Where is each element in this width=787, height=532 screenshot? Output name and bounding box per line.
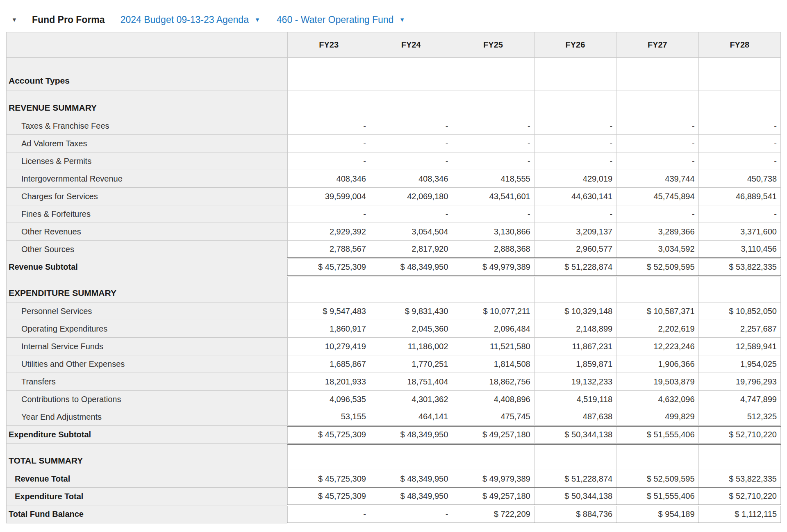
table-cell: $ 884,736 (534, 505, 616, 523)
table-cell: 45,745,894 (616, 188, 698, 205)
row-label: Licenses & Permits (7, 152, 288, 170)
table-cell: - (698, 205, 780, 223)
table-cell: 475,745 (452, 408, 534, 426)
table-row: TOTAL SUMMARY (7, 444, 781, 470)
table-cell: 19,132,233 (534, 373, 616, 391)
table-cell (698, 444, 780, 470)
table-cell: $ 52,710,220 (698, 488, 780, 505)
table-cell (288, 444, 370, 470)
row-label: Operating Expenditures (7, 320, 288, 338)
row-label: Total Fund Balance (7, 505, 288, 523)
table-cell (616, 91, 698, 117)
table-cell: $ 10,329,148 (534, 302, 616, 320)
table-cell: 2,817,920 (370, 241, 452, 258)
caret-down-icon: ▼ (255, 17, 260, 23)
table-row: Total Fund Balance--$ 722,209$ 884,736$ … (7, 505, 781, 523)
table-row: Utilities and Other Expenses1,685,8671,7… (7, 355, 781, 373)
column-header: FY25 (452, 32, 534, 58)
table-cell: 429,019 (534, 170, 616, 188)
table-cell: 450,738 (698, 170, 780, 188)
table-cell: $ 49,257,180 (452, 488, 534, 505)
table-cell (288, 276, 370, 302)
row-label: REVENUE SUMMARY (7, 91, 288, 117)
table-row: Personnel Services$ 9,547,483$ 9,831,430… (7, 302, 781, 320)
table-cell: - (534, 135, 616, 152)
table-cell: - (616, 135, 698, 152)
table-cell: $ 48,349,950 (370, 488, 452, 505)
table-cell: - (452, 117, 534, 135)
table-cell (370, 58, 452, 91)
table-cell (370, 276, 452, 302)
table-row: Ad Valorem Taxes------ (7, 135, 781, 152)
table-cell: 1,906,366 (616, 355, 698, 373)
table-cell: 3,371,600 (698, 223, 780, 241)
caret-down-icon: ▼ (399, 17, 405, 23)
table-cell: $ 53,822,335 (698, 470, 780, 488)
row-label: TOTAL SUMMARY (7, 444, 288, 470)
table-cell: 408,346 (288, 170, 370, 188)
table-cell: 2,045,360 (370, 320, 452, 338)
table-cell: $ 722,209 (452, 505, 534, 523)
table-cell: 18,201,933 (288, 373, 370, 391)
column-header: FY23 (288, 32, 370, 58)
table-cell: $ 49,979,389 (452, 470, 534, 488)
column-header: FY26 (534, 32, 616, 58)
table-cell: 1,954,025 (698, 355, 780, 373)
table-cell: - (616, 152, 698, 170)
table-cell: 3,289,366 (616, 223, 698, 241)
table-cell (616, 58, 698, 91)
table-cell (370, 444, 452, 470)
table-cell: - (534, 205, 616, 223)
table-cell: $ 45,725,309 (288, 488, 370, 505)
table-cell: - (370, 505, 452, 523)
table-cell (452, 91, 534, 117)
table-cell: 19,503,879 (616, 373, 698, 391)
table-cell: $ 52,509,595 (616, 470, 698, 488)
row-label: Revenue Total (7, 470, 288, 488)
table-cell: 2,257,687 (698, 320, 780, 338)
table-cell: $ 50,344,138 (534, 426, 616, 444)
row-label: Personnel Services (7, 302, 288, 320)
table-cell (534, 276, 616, 302)
table-row: Other Sources2,788,5672,817,9202,888,368… (7, 241, 781, 258)
table-cell: 2,148,899 (534, 320, 616, 338)
table-cell: - (288, 117, 370, 135)
table-cell (616, 444, 698, 470)
row-label: Other Sources (7, 241, 288, 258)
table-row: Revenue Subtotal$ 45,725,309$ 48,349,950… (7, 258, 781, 276)
table-cell (698, 58, 780, 91)
table-cell (698, 91, 780, 117)
collapse-caret-icon[interactable]: ▼ (11, 17, 20, 23)
table-cell: $ 9,831,430 (370, 302, 452, 320)
table-row: Fines & Forfeitures------ (7, 205, 781, 223)
row-label: Contributions to Operations (7, 391, 288, 408)
table-cell: $ 9,547,483 (288, 302, 370, 320)
table-cell: 4,301,362 (370, 391, 452, 408)
table-cell: $ 45,725,309 (288, 258, 370, 276)
table-cell: 499,829 (616, 408, 698, 426)
table-row: Licenses & Permits------ (7, 152, 781, 170)
row-label: Taxes & Franchise Fees (7, 117, 288, 135)
table-cell: 11,867,231 (534, 338, 616, 355)
table-header-row: FY23FY24FY25FY26FY27FY28 (7, 32, 781, 58)
table-cell: $ 954,189 (616, 505, 698, 523)
table-cell: $ 51,555,406 (616, 426, 698, 444)
row-label: EXPENDITURE SUMMARY (7, 276, 288, 302)
table-cell: - (698, 117, 780, 135)
budget-dropdown[interactable]: 2024 Budget 09-13-23 Agenda ▼ (121, 14, 260, 25)
table-cell: - (534, 117, 616, 135)
page-title: Fund Pro Forma (32, 14, 105, 25)
table-cell: 1,770,251 (370, 355, 452, 373)
table-row: Other Revenues2,929,3923,054,5043,130,86… (7, 223, 781, 241)
table-row: Contributions to Operations4,096,5354,30… (7, 391, 781, 408)
column-header: FY28 (698, 32, 780, 58)
table-row: Intergovernmental Revenue408,346408,3464… (7, 170, 781, 188)
table-cell: $ 52,710,220 (698, 426, 780, 444)
table-cell: 4,408,896 (452, 391, 534, 408)
fund-dropdown[interactable]: 460 - Water Operating Fund ▼ (277, 14, 405, 25)
table-cell: 3,110,456 (698, 241, 780, 258)
row-label: Charges for Services (7, 188, 288, 205)
table-cell: 12,223,246 (616, 338, 698, 355)
table-cell: $ 48,349,950 (370, 426, 452, 444)
table-row: Internal Service Funds10,279,41911,186,0… (7, 338, 781, 355)
